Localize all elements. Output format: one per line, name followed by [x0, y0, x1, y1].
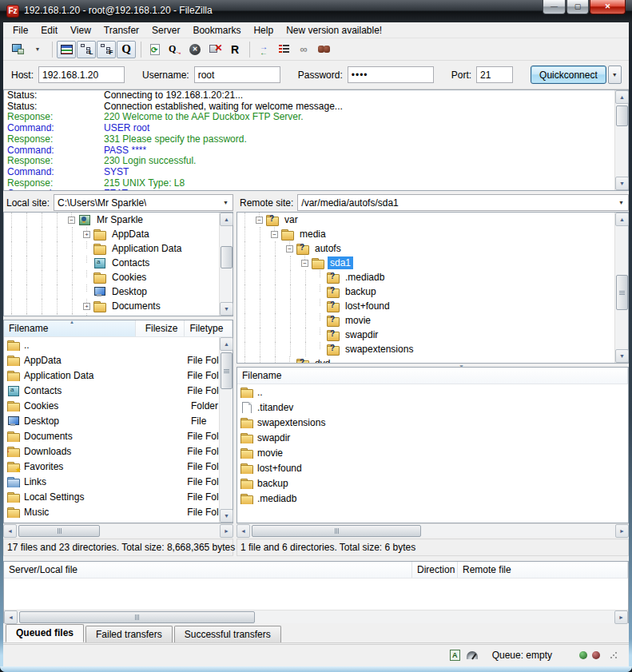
scroll-down-icon[interactable]: ▼	[220, 509, 233, 523]
remote-site-combo[interactable]: /var/media/autofs/sda1 ▼	[297, 194, 629, 211]
password-input[interactable]	[348, 66, 434, 83]
process-queue-icon[interactable]: Q→	[165, 41, 185, 58]
queue-hscrollbar[interactable]: ◄ ►	[4, 610, 628, 623]
file-row[interactable]: .titandev	[237, 400, 628, 415]
synchronized-browsing-icon[interactable]: ∞	[294, 41, 313, 58]
file-row[interactable]: movie	[237, 445, 628, 460]
tree-item[interactable]: Application Data	[4, 241, 233, 256]
tree-item[interactable]: Cookies	[4, 270, 233, 284]
column-header-filesize[interactable]: Filesize	[136, 320, 185, 336]
file-row[interactable]: ..	[4, 337, 233, 352]
menu-item-new-version[interactable]: New version available!	[280, 23, 388, 38]
expand-icon[interactable]: +	[83, 303, 90, 310]
minimize-button[interactable]: —	[543, 0, 566, 14]
tab-queued-files[interactable]: Queued files	[6, 624, 84, 642]
scroll-thumb[interactable]	[19, 611, 255, 623]
tree-expander[interactable]: −	[298, 256, 312, 270]
collapse-icon[interactable]: −	[256, 217, 263, 224]
scroll-down-icon[interactable]: ▼	[220, 302, 233, 316]
close-button[interactable]: ✕	[590, 0, 626, 14]
tree-expander[interactable]: −	[268, 227, 281, 241]
file-row[interactable]: CookiesFolder	[4, 398, 233, 413]
site-manager-dropdown-icon[interactable]: ▼	[28, 41, 47, 58]
remote-tree-scrollbar[interactable]: ▲ ▼	[614, 213, 628, 363]
maximize-button[interactable]: ▢	[566, 0, 589, 14]
scroll-up-icon[interactable]: ▲	[220, 213, 233, 226]
scroll-up-icon[interactable]: ▲	[220, 337, 233, 351]
menu-item-server[interactable]: Server	[145, 23, 186, 38]
scroll-down-icon[interactable]: ▼	[615, 177, 629, 190]
scroll-up-icon[interactable]: ▲	[615, 90, 629, 104]
file-row[interactable]: swapdir	[237, 430, 628, 445]
toggle-remote-tree-icon[interactable]: F	[97, 41, 116, 58]
local-tree-scrollbar[interactable]: ▲ ▼	[219, 213, 233, 316]
collapse-icon[interactable]: −	[301, 260, 308, 267]
tree-item[interactable]: −sda1	[237, 256, 628, 270]
file-row[interactable]: MusicFile Folder	[4, 504, 233, 519]
tab-successful-transfers[interactable]: Successful transfers	[174, 626, 281, 642]
remote-list-hscrollbar[interactable]: ◄ ►	[237, 523, 629, 537]
column-header-direction[interactable]: Direction	[412, 562, 458, 578]
column-header-filename[interactable]: ▲ Filename	[4, 320, 136, 336]
collapse-icon[interactable]: −	[271, 231, 278, 238]
file-row[interactable]: DocumentsFile Folder	[4, 428, 233, 443]
menu-item-view[interactable]: View	[64, 23, 97, 38]
resize-grip[interactable]	[610, 651, 618, 659]
scroll-down-icon[interactable]: ▼	[615, 349, 629, 363]
refresh-icon[interactable]: ⟳	[145, 41, 165, 58]
username-input[interactable]	[194, 66, 280, 83]
port-input[interactable]	[476, 66, 513, 83]
local-list-scrollbar[interactable]: ▲ ▼	[219, 337, 233, 523]
scroll-left-icon[interactable]: ◄	[3, 524, 17, 538]
log-scrollbar[interactable]: ▲ ▼	[614, 90, 628, 190]
scroll-thumb[interactable]	[221, 246, 233, 268]
column-header-filetype[interactable]: Filetype	[185, 320, 233, 336]
toggle-message-log-icon[interactable]	[57, 41, 76, 58]
tree-item[interactable]: Desktop	[4, 284, 233, 299]
collapse-icon[interactable]: −	[286, 245, 293, 252]
tree-item[interactable]: ?.mediadb	[237, 270, 628, 284]
find-files-icon[interactable]	[314, 41, 333, 58]
scroll-right-icon[interactable]: ►	[615, 524, 629, 538]
scroll-thumb[interactable]	[18, 525, 100, 537]
menu-item-help[interactable]: Help	[247, 23, 280, 38]
tree-item[interactable]: −?var	[237, 213, 628, 227]
file-row[interactable]: LinksFile Folder	[4, 474, 233, 489]
scroll-right-icon[interactable]: ►	[614, 610, 628, 624]
chevron-down-icon[interactable]: ▼	[614, 195, 628, 210]
tree-item[interactable]: +↓Downloads	[4, 313, 233, 316]
title-bar[interactable]: Fz 192.168.1.20 - root@192.168.1.20 - Fi…	[0, 0, 632, 22]
tree-expander[interactable]: −	[65, 213, 78, 227]
scroll-right-icon[interactable]: ►	[220, 524, 233, 538]
file-row[interactable]: .mediadb	[237, 491, 628, 506]
quickconnect-button[interactable]: Quickconnect	[531, 66, 606, 84]
compare-directories-icon[interactable]: →←	[254, 41, 273, 58]
menu-item-file[interactable]: File	[6, 23, 34, 38]
tree-item[interactable]: ?swapdir	[237, 328, 628, 342]
host-input[interactable]	[38, 66, 125, 83]
collapse-icon[interactable]: −	[68, 217, 75, 224]
file-row[interactable]: lost+found	[237, 460, 628, 475]
scroll-thumb[interactable]	[221, 352, 233, 389]
file-row[interactable]: AppDataFile Folder	[4, 352, 233, 368]
cancel-operation-icon[interactable]: ✕	[185, 41, 205, 58]
file-row[interactable]: Application DataFile Folder	[4, 368, 233, 383]
column-header-filename[interactable]: Filename	[237, 368, 628, 384]
file-row[interactable]: swapextensions	[237, 415, 628, 430]
scroll-thumb[interactable]	[616, 105, 628, 126]
scroll-left-icon[interactable]: ◄	[237, 524, 250, 538]
menu-item-edit[interactable]: Edit	[34, 23, 64, 38]
file-row[interactable]: ↓DownloadsFile Folder	[4, 443, 233, 459]
tree-item[interactable]: −media	[237, 227, 628, 241]
tree-item[interactable]: −?autofs	[237, 241, 628, 256]
file-row[interactable]: ContactsFile Folder	[4, 383, 233, 398]
local-site-combo[interactable]: C:\Users\Mr Sparkle\ ▼	[54, 194, 233, 211]
file-row[interactable]: Local SettingsFile Folder	[4, 489, 233, 504]
tree-item[interactable]: −Mr Sparkle	[4, 213, 233, 227]
file-row[interactable]: backup	[237, 475, 628, 491]
column-header-remote-file[interactable]: Remote file	[458, 562, 628, 578]
tree-item[interactable]: ?dvd	[237, 356, 628, 364]
toggle-queue-icon[interactable]: Q	[117, 41, 136, 58]
menu-item-transfer[interactable]: Transfer	[97, 23, 145, 38]
tree-expander[interactable]: −	[252, 213, 266, 227]
